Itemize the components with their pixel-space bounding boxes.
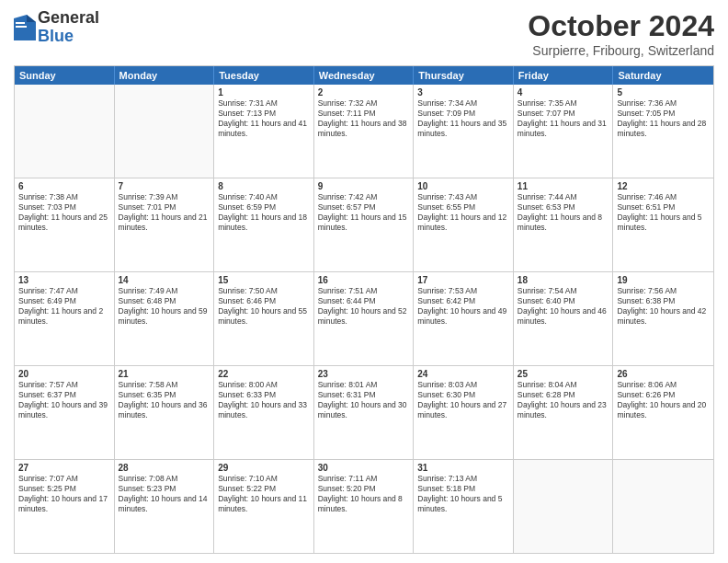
calendar-cell	[514, 460, 614, 553]
calendar-cell: 14Sunrise: 7:49 AM Sunset: 6:48 PM Dayli…	[115, 272, 215, 365]
calendar-body: 1Sunrise: 7:31 AM Sunset: 7:13 PM Daylig…	[15, 85, 713, 553]
day-info: Sunrise: 7:38 AM Sunset: 7:03 PM Dayligh…	[18, 192, 110, 233]
calendar-cell: 28Sunrise: 7:08 AM Sunset: 5:23 PM Dayli…	[115, 460, 215, 553]
title-area: October 2024 Surpierre, Fribourg, Switze…	[528, 9, 714, 58]
day-info: Sunrise: 7:36 AM Sunset: 7:05 PM Dayligh…	[617, 98, 710, 139]
calendar-cell: 30Sunrise: 7:11 AM Sunset: 5:20 PM Dayli…	[314, 460, 415, 553]
day-number: 29	[218, 463, 310, 473]
header-day-friday: Friday	[514, 66, 614, 85]
calendar-cell: 4Sunrise: 7:35 AM Sunset: 7:07 PM Daylig…	[514, 85, 614, 178]
day-info: Sunrise: 8:03 AM Sunset: 6:30 PM Dayligh…	[417, 380, 509, 420]
day-number: 23	[318, 369, 410, 379]
day-info: Sunrise: 7:51 AM Sunset: 6:44 PM Dayligh…	[318, 286, 410, 327]
day-number: 24	[417, 369, 509, 379]
calendar-cell: 7Sunrise: 7:39 AM Sunset: 7:01 PM Daylig…	[115, 178, 215, 271]
day-number: 15	[218, 275, 310, 285]
day-info: Sunrise: 7:07 AM Sunset: 5:25 PM Dayligh…	[18, 474, 110, 514]
calendar-cell: 18Sunrise: 7:54 AM Sunset: 6:40 PM Dayli…	[514, 272, 614, 365]
day-info: Sunrise: 7:10 AM Sunset: 5:22 PM Dayligh…	[218, 474, 310, 514]
day-number: 25	[518, 369, 609, 379]
calendar-cell: 3Sunrise: 7:34 AM Sunset: 7:09 PM Daylig…	[414, 85, 514, 178]
calendar-cell: 22Sunrise: 8:00 AM Sunset: 6:33 PM Dayli…	[214, 366, 314, 459]
day-info: Sunrise: 7:35 AM Sunset: 7:07 PM Dayligh…	[518, 98, 609, 139]
day-info: Sunrise: 7:32 AM Sunset: 7:11 PM Dayligh…	[318, 98, 410, 139]
day-number: 26	[617, 369, 710, 379]
logo-blue-text: Blue	[38, 28, 99, 46]
calendar-cell: 10Sunrise: 7:43 AM Sunset: 6:55 PM Dayli…	[414, 178, 514, 271]
month-title: October 2024	[528, 9, 714, 43]
day-number: 22	[218, 369, 310, 379]
calendar-cell: 16Sunrise: 7:51 AM Sunset: 6:44 PM Dayli…	[314, 272, 415, 365]
day-info: Sunrise: 7:11 AM Sunset: 5:20 PM Dayligh…	[318, 474, 410, 514]
calendar-cell: 24Sunrise: 8:03 AM Sunset: 6:30 PM Dayli…	[414, 366, 514, 459]
day-number: 11	[518, 181, 609, 191]
calendar-cell: 1Sunrise: 7:31 AM Sunset: 7:13 PM Daylig…	[214, 85, 314, 178]
day-number: 7	[119, 181, 210, 191]
day-info: Sunrise: 7:34 AM Sunset: 7:09 PM Dayligh…	[417, 98, 509, 139]
header-day-tuesday: Tuesday	[214, 66, 314, 85]
logo-text: General Blue	[38, 9, 99, 46]
day-number: 10	[417, 181, 509, 191]
header-day-sunday: Sunday	[15, 66, 115, 85]
header-day-thursday: Thursday	[414, 66, 514, 85]
day-number: 5	[617, 87, 710, 98]
calendar-cell: 12Sunrise: 7:46 AM Sunset: 6:51 PM Dayli…	[613, 178, 713, 271]
day-number: 8	[218, 181, 310, 191]
page: General Blue October 2024 Surpierre, Fri…	[0, 0, 728, 563]
svg-marker-1	[27, 15, 36, 22]
day-number: 3	[417, 87, 509, 98]
calendar-cell: 8Sunrise: 7:40 AM Sunset: 6:59 PM Daylig…	[214, 178, 314, 271]
calendar-cell: 15Sunrise: 7:50 AM Sunset: 6:46 PM Dayli…	[214, 272, 314, 365]
day-number: 30	[318, 463, 410, 473]
calendar-cell: 25Sunrise: 8:04 AM Sunset: 6:28 PM Dayli…	[514, 366, 614, 459]
day-info: Sunrise: 7:47 AM Sunset: 6:49 PM Dayligh…	[18, 286, 110, 327]
header-day-wednesday: Wednesday	[314, 66, 415, 85]
calendar-cell: 27Sunrise: 7:07 AM Sunset: 5:25 PM Dayli…	[15, 460, 115, 553]
calendar-header: SundayMondayTuesdayWednesdayThursdayFrid…	[15, 66, 713, 85]
calendar-cell: 20Sunrise: 7:57 AM Sunset: 6:37 PM Dayli…	[15, 366, 115, 459]
day-number: 2	[318, 87, 410, 98]
calendar-cell	[613, 460, 713, 553]
day-info: Sunrise: 7:49 AM Sunset: 6:48 PM Dayligh…	[119, 286, 210, 327]
day-number: 19	[617, 275, 710, 285]
day-info: Sunrise: 7:42 AM Sunset: 6:57 PM Dayligh…	[318, 192, 410, 233]
day-number: 20	[18, 369, 110, 379]
day-info: Sunrise: 8:01 AM Sunset: 6:31 PM Dayligh…	[318, 380, 410, 420]
logo: General Blue	[14, 9, 99, 46]
calendar-cell: 6Sunrise: 7:38 AM Sunset: 7:03 PM Daylig…	[15, 178, 115, 271]
day-info: Sunrise: 7:43 AM Sunset: 6:55 PM Dayligh…	[417, 192, 509, 233]
calendar-row-0: 1Sunrise: 7:31 AM Sunset: 7:13 PM Daylig…	[15, 85, 713, 178]
day-number: 17	[417, 275, 509, 285]
calendar-cell: 31Sunrise: 7:13 AM Sunset: 5:18 PM Dayli…	[414, 460, 514, 553]
calendar-row-1: 6Sunrise: 7:38 AM Sunset: 7:03 PM Daylig…	[15, 178, 713, 271]
day-number: 1	[218, 87, 310, 98]
day-info: Sunrise: 8:00 AM Sunset: 6:33 PM Dayligh…	[218, 380, 310, 420]
calendar-cell: 11Sunrise: 7:44 AM Sunset: 6:53 PM Dayli…	[514, 178, 614, 271]
day-info: Sunrise: 7:57 AM Sunset: 6:37 PM Dayligh…	[18, 380, 110, 420]
day-info: Sunrise: 7:44 AM Sunset: 6:53 PM Dayligh…	[518, 192, 609, 233]
day-number: 12	[617, 181, 710, 191]
logo-icon	[14, 15, 36, 40]
calendar-cell: 17Sunrise: 7:53 AM Sunset: 6:42 PM Dayli…	[414, 272, 514, 365]
calendar-cell: 29Sunrise: 7:10 AM Sunset: 5:22 PM Dayli…	[214, 460, 314, 553]
day-number: 28	[119, 463, 210, 473]
calendar: SundayMondayTuesdayWednesdayThursdayFrid…	[14, 65, 714, 554]
day-info: Sunrise: 7:56 AM Sunset: 6:38 PM Dayligh…	[617, 286, 710, 327]
svg-rect-2	[16, 22, 25, 24]
calendar-cell	[115, 85, 215, 178]
calendar-cell: 21Sunrise: 7:58 AM Sunset: 6:35 PM Dayli…	[115, 366, 215, 459]
calendar-cell: 9Sunrise: 7:42 AM Sunset: 6:57 PM Daylig…	[314, 178, 415, 271]
calendar-row-2: 13Sunrise: 7:47 AM Sunset: 6:49 PM Dayli…	[15, 271, 713, 365]
day-info: Sunrise: 7:50 AM Sunset: 6:46 PM Dayligh…	[218, 286, 310, 327]
day-info: Sunrise: 7:40 AM Sunset: 6:59 PM Dayligh…	[218, 192, 310, 233]
header: General Blue October 2024 Surpierre, Fri…	[14, 9, 714, 58]
calendar-cell: 13Sunrise: 7:47 AM Sunset: 6:49 PM Dayli…	[15, 272, 115, 365]
calendar-cell: 2Sunrise: 7:32 AM Sunset: 7:11 PM Daylig…	[314, 85, 415, 178]
day-info: Sunrise: 7:08 AM Sunset: 5:23 PM Dayligh…	[119, 474, 210, 514]
day-number: 27	[18, 463, 110, 473]
day-number: 14	[119, 275, 210, 285]
header-day-saturday: Saturday	[613, 66, 713, 85]
day-info: Sunrise: 7:39 AM Sunset: 7:01 PM Dayligh…	[119, 192, 210, 233]
day-number: 6	[18, 181, 110, 191]
day-info: Sunrise: 8:04 AM Sunset: 6:28 PM Dayligh…	[518, 380, 609, 420]
